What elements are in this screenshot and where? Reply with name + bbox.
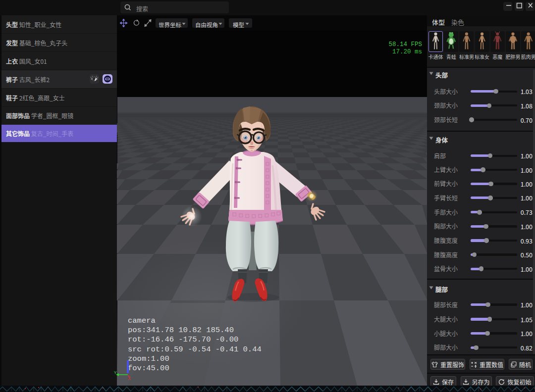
svg-text:Y: Y <box>114 371 117 376</box>
svg-text:X: X <box>128 376 131 381</box>
